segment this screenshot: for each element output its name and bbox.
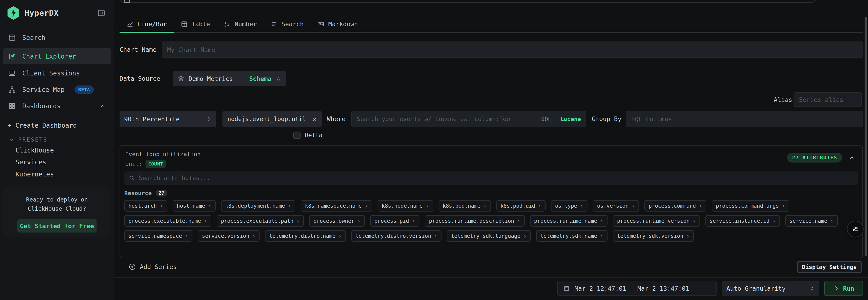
attribute-chip[interactable]: host.arch ›	[124, 200, 167, 212]
attribute-chip-label: telemetry.sdk.language	[451, 233, 521, 239]
hyperdx-logo[interactable]: HyperDX	[7, 6, 59, 20]
query-language-toggle[interactable]: SQL | Lucene	[541, 116, 581, 122]
lucene-option[interactable]: Lucene	[560, 116, 581, 122]
attribute-chip[interactable]: os.version ›	[593, 200, 639, 212]
attribute-chip[interactable]: host.name ›	[173, 200, 215, 212]
attribute-chip-label: k8s.pod.name	[443, 203, 480, 209]
aggregation-value: 90th Percentile	[124, 115, 180, 122]
attribute-chip[interactable]: k8s.deployment.name ›	[221, 200, 296, 212]
attribute-chip[interactable]: telemetry.sdk.language ›	[447, 230, 531, 242]
preset-item[interactable]: Services	[16, 158, 46, 166]
data-source-select[interactable]: Demo Metrics Schema	[173, 71, 286, 86]
table-icon	[181, 21, 188, 28]
attribute-group-count: 27	[156, 190, 167, 196]
chevron-right-icon: ›	[160, 202, 163, 209]
floating-filter-button[interactable]	[847, 221, 864, 238]
attribute-chip-label: os.type	[555, 203, 577, 209]
preset-item[interactable]: ClickHouse	[16, 146, 54, 155]
chevron-right-icon: ›	[686, 233, 690, 239]
sidebar-collapse-button[interactable]	[97, 9, 106, 17]
tab-markdown[interactable]: Markdown	[310, 17, 365, 32]
chevron-right-icon: ›	[699, 202, 702, 209]
attribute-chip[interactable]: process.executable.path ›	[217, 215, 304, 226]
chart-name-input[interactable]	[162, 42, 863, 58]
chevron-right-icon: ›	[357, 217, 361, 224]
attribute-chip[interactable]: k8s.namespace.name ›	[301, 200, 372, 212]
attribute-chip-label: service.instance.id	[710, 218, 769, 224]
vertical-scrollbar[interactable]	[865, 17, 867, 256]
attribute-chip[interactable]: os.type ›	[551, 200, 588, 212]
attribute-chip[interactable]: process.runtime.description ›	[425, 215, 525, 226]
schema-link[interactable]: Schema	[249, 75, 272, 82]
sidebar-item-dashboards[interactable]: Dashboards	[3, 98, 111, 114]
granularity-select[interactable]: Auto Granularity	[722, 281, 819, 296]
sql-option[interactable]: SQL	[541, 116, 551, 122]
tab-label: Number	[235, 21, 257, 28]
attribute-chip[interactable]: process.command_args ›	[712, 200, 789, 212]
sidebar-item-label: Dashboards	[22, 102, 61, 110]
time-range-value: Mar 2 12:47:01 - Mar 2 13:47:01	[575, 285, 689, 292]
clipped-icon	[124, 0, 130, 3]
attribute-chip[interactable]: k8s.pod.uid ›	[496, 200, 546, 212]
footer-divider	[114, 277, 868, 278]
group-by-input[interactable]	[626, 111, 863, 127]
where-input[interactable]	[357, 115, 541, 122]
remove-metric-icon[interactable]: ×	[313, 115, 317, 123]
display-settings-button[interactable]: Display Settings	[797, 261, 862, 273]
chevron-right-icon: ›	[631, 202, 635, 209]
dashboards-icon	[8, 102, 17, 110]
attribute-chip[interactable]: service.namespace ›	[124, 230, 192, 242]
attribute-chip-label: k8s.pod.uid	[500, 203, 535, 209]
toggle-divider: |	[554, 116, 558, 122]
tab-table[interactable]: Table	[174, 17, 217, 32]
sidebar-item-search[interactable]: Search	[3, 30, 111, 46]
attribute-chip[interactable]: k8s.pod.name ›	[439, 200, 491, 212]
add-series-button[interactable]: Add Series	[128, 261, 177, 272]
hyperdx-logo-icon	[7, 6, 20, 20]
attribute-chip-label: process.runtime.description	[429, 218, 514, 224]
attribute-chip[interactable]: k8s.node.name ›	[377, 200, 433, 212]
delta-checkbox[interactable]	[293, 132, 301, 139]
metric-field-chip[interactable]: nodejs.event_loop.util ×	[222, 111, 322, 127]
metric-details-panel: Event loop utilization Unit: COUNT 27 AT…	[120, 145, 863, 258]
alias-input[interactable]	[794, 92, 862, 107]
sidebar-item-chart-explorer[interactable]: Chart Explorer	[3, 48, 111, 64]
aggregation-select[interactable]: 90th Percentile	[120, 111, 216, 127]
run-button[interactable]: Run	[824, 281, 863, 296]
attribute-chip[interactable]: service.instance.id ›	[706, 215, 780, 226]
presets-section-toggle[interactable]: PRESETS	[9, 136, 48, 144]
tab-number[interactable]: 1 2 3 Number	[217, 17, 264, 32]
time-range-picker[interactable]: 1 Mar 2 12:47:01 - Mar 2 13:47:01	[557, 281, 717, 296]
attribute-chip-label: service.name	[789, 218, 827, 224]
panel-collapse-button[interactable]	[848, 154, 856, 161]
attribute-chip[interactable]: process.pid ›	[370, 215, 420, 226]
attribute-chip[interactable]: service.name ›	[785, 215, 838, 226]
tab-search[interactable]: Search	[264, 17, 311, 32]
cloud-promo-card: Ready to deploy on ClickHouse Cloud? Get…	[3, 187, 111, 237]
unit-label: Unit:	[125, 161, 142, 167]
attribute-search-input[interactable]	[139, 174, 854, 182]
attribute-chip[interactable]: telemetry.distro.name ›	[265, 230, 346, 242]
attribute-chip[interactable]: telemetry.sdk.version ›	[613, 230, 693, 242]
chevron-right-icon: ›	[338, 233, 342, 239]
attribute-chip[interactable]: process.command ›	[644, 200, 706, 212]
get-started-button[interactable]: Get Started for Free	[17, 219, 97, 233]
sidebar-item-service-map[interactable]: Service Map BETA	[3, 82, 111, 98]
attribute-chip-label: telemetry.distro.name	[269, 233, 335, 239]
chevron-right-icon: ›	[252, 233, 256, 239]
chevron-up-icon	[848, 154, 856, 161]
attribute-chip-label: process.pid	[374, 218, 409, 224]
sidebar-item-client-sessions[interactable]: Client Sessions	[3, 65, 111, 81]
attribute-chip[interactable]: process.runtime.version ›	[613, 215, 700, 226]
attribute-chip[interactable]: process.executable.name ›	[124, 215, 211, 226]
attribute-chip-label: process.runtime.name	[534, 218, 597, 224]
attribute-chip[interactable]: service.version ›	[198, 230, 259, 242]
attribute-chip[interactable]: process.runtime.name ›	[530, 215, 608, 226]
attribute-chip[interactable]: process.owner ›	[309, 215, 365, 226]
attribute-chip[interactable]: telemetry.distro.version ›	[351, 230, 441, 242]
preset-item[interactable]: Kubernetes	[16, 170, 54, 179]
tab-line-bar[interactable]: Line/Bar	[120, 17, 174, 32]
chevron-right-icon: ›	[434, 233, 437, 239]
attribute-chip[interactable]: telemetry.sdk.name ›	[536, 230, 608, 242]
create-dashboard-button[interactable]: + Create Dashboard	[8, 120, 77, 130]
